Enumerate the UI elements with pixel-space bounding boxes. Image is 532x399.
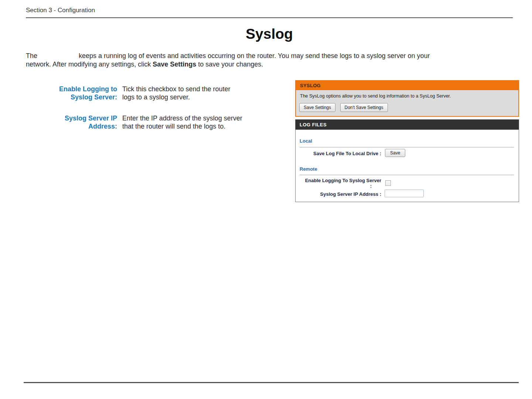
save-settings-button[interactable]: Save Settings — [299, 103, 335, 112]
help-desc-syslog-ip: Enter the IP address of the syslog serve… — [122, 114, 285, 130]
help-label-enable-logging: Enable Logging to Syslog Server: — [26, 85, 117, 101]
help-label-line: Enable Logging to — [26, 85, 117, 93]
enable-logging-label-colon: : — [296, 183, 381, 189]
help-desc-line: Enter the IP address of the syslog serve… — [122, 114, 285, 122]
save-log-button[interactable]: Save — [385, 149, 405, 157]
intro-line-1: Thekeeps a running log of events and act… — [26, 52, 517, 60]
syslog-panel-header: SYSLOG — [296, 81, 518, 90]
local-section-heading: Local — [300, 138, 312, 144]
syslog-panel: SYSLOG The SysLog options allow you to s… — [295, 80, 519, 117]
enable-logging-label-text: Enable Logging To Syslog Server — [305, 178, 381, 183]
help-label-line: Address: — [26, 122, 117, 130]
manual-page: Section 3 - Configuration Syslog Thekeep… — [0, 0, 532, 399]
top-divider — [26, 17, 513, 18]
enable-logging-label: Enable Logging To Syslog Server : — [296, 178, 381, 189]
help-desc-line: that the router will send the logs to. — [122, 122, 285, 130]
save-log-file-label: Save Log File To Local Drive : — [296, 151, 381, 156]
help-label-syslog-ip: Syslog Server IP Address: — [26, 114, 117, 130]
remote-section-heading: Remote — [300, 166, 317, 172]
help-label-line: Syslog Server IP — [26, 114, 117, 122]
syslog-server-ip-input[interactable] — [385, 190, 424, 197]
help-desc-enable-logging: Tick this checkbox to send the router lo… — [122, 85, 285, 101]
page-title: Syslog — [26, 26, 513, 42]
help-desc-line: Tick this checkbox to send the router — [122, 85, 285, 93]
syslog-server-ip-label: Syslog Server IP Address : — [296, 191, 381, 197]
help-desc-line: logs to a syslog server. — [122, 93, 285, 101]
help-label-line: Syslog Server: — [26, 93, 117, 101]
intro-line1-rest: keeps a running log of events and activi… — [79, 52, 430, 59]
syslog-panel-description: The SysLog options allow you to send log… — [300, 93, 451, 99]
intro-paragraph: Thekeeps a running log of events and act… — [26, 52, 517, 69]
log-files-panel: LOG FILES Local Save Log File To Local D… — [295, 119, 519, 202]
save-settings-emphasis: Save Settings — [153, 61, 196, 68]
local-section-divider — [300, 147, 514, 147]
dont-save-settings-button[interactable]: Don't Save Settings — [340, 103, 388, 112]
intro-the: The — [26, 52, 37, 59]
enable-logging-checkbox[interactable] — [385, 180, 391, 186]
section-breadcrumb: Section 3 - Configuration — [26, 7, 95, 14]
intro-line2-post: to save your changes. — [196, 61, 263, 68]
intro-line-2: network. After modifying any settings, c… — [26, 60, 517, 69]
bottom-divider — [24, 382, 519, 383]
log-files-panel-header: LOG FILES — [296, 120, 519, 130]
remote-section-divider — [300, 175, 514, 175]
intro-line2-pre: network. After modifying any settings, c… — [26, 61, 153, 68]
syslog-panel-buttons: Save Settings Don't Save Settings — [299, 103, 388, 112]
